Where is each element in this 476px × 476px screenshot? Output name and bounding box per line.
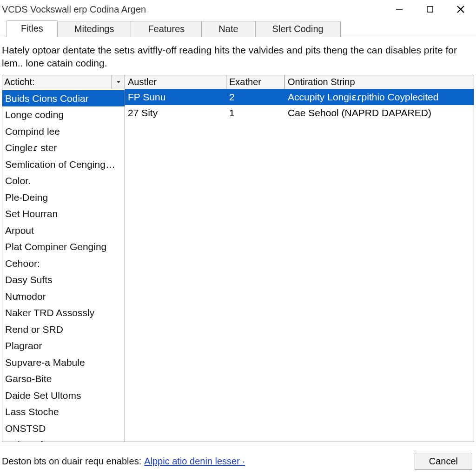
list-item[interactable]: Semlication of Cenging… bbox=[2, 156, 125, 173]
left-pane: Acticht: Buids Cions Codiar Longe coding… bbox=[2, 75, 125, 442]
cell-exather: 1 bbox=[226, 106, 285, 121]
column-header-austler[interactable]: Austler bbox=[125, 75, 226, 89]
tab-fitles[interactable]: Fitles bbox=[7, 20, 58, 37]
tab-strip: Fitles Mitedings Features Nate Slert Cod… bbox=[0, 19, 476, 37]
title-bar: VCDS Vockswall erp Codina Argen bbox=[0, 0, 476, 19]
list-item[interactable]: Plagraor bbox=[2, 337, 125, 354]
left-list: Buids Cions Codiar Longe coding Compind … bbox=[2, 89, 125, 442]
list-item[interactable]: Garso-Bite bbox=[2, 370, 125, 387]
window-controls bbox=[384, 0, 476, 19]
column-header-ontiration[interactable]: Ontiration Strinp bbox=[285, 75, 474, 89]
cell-ontiration: Cae Sehool (NAPRD DAPARED) bbox=[285, 106, 474, 121]
svg-marker-4 bbox=[117, 81, 120, 83]
cell-ontiration: Accupity Longiɛɾpithio Coyplecited bbox=[285, 90, 474, 105]
list-item[interactable]: Supvare-a Mabule bbox=[2, 354, 125, 371]
main-panel: Acticht: Buids Cions Codiar Longe coding… bbox=[2, 75, 474, 442]
footer-text: Deston bts on duair requ enables: Alppic… bbox=[2, 456, 245, 467]
footer: Deston bts on duair requ enables: Alppic… bbox=[0, 445, 476, 473]
list-item[interactable]: Cingleɾ ster bbox=[2, 139, 125, 156]
tab-mitedings[interactable]: Mitedings bbox=[57, 21, 132, 37]
list-item[interactable]: Color. bbox=[2, 172, 125, 189]
svg-rect-1 bbox=[427, 7, 433, 12]
left-dropdown-button[interactable] bbox=[112, 75, 125, 89]
tab-slert-coding[interactable]: Slert Coding bbox=[255, 21, 341, 37]
chevron-down-icon bbox=[116, 79, 121, 85]
right-pane: Austler Exather Ontiration Strinp FP Sun… bbox=[125, 75, 474, 442]
cancel-button[interactable]: Cancel bbox=[415, 453, 472, 470]
list-item[interactable]: Buids Cions Codiar bbox=[2, 90, 125, 107]
list-item[interactable]: Cehoor: bbox=[2, 255, 125, 272]
close-icon bbox=[456, 5, 465, 14]
list-item[interactable]: ONSTSD bbox=[2, 420, 125, 437]
close-button[interactable] bbox=[445, 0, 476, 19]
left-header: Acticht: bbox=[2, 75, 125, 89]
list-item[interactable]: Naker TRD Assossly bbox=[2, 304, 125, 321]
list-item[interactable]: Dely Cafts bbox=[2, 436, 125, 442]
list-item[interactable]: Ple-Deing bbox=[2, 189, 125, 206]
tab-features[interactable]: Features bbox=[131, 21, 202, 37]
right-rows: FP Sunu 2 Accupity Longiɛɾpithio Coyplec… bbox=[125, 89, 474, 442]
cell-austler: 27 Sity bbox=[125, 106, 226, 121]
minimize-icon bbox=[396, 6, 403, 13]
list-item[interactable]: Set Hourran bbox=[2, 205, 125, 222]
list-item[interactable]: Nưmodor bbox=[2, 288, 125, 305]
footer-link[interactable]: Alppic atio denin lesser · bbox=[144, 456, 245, 467]
cell-exather: 2 bbox=[226, 90, 285, 105]
left-header-label: Acticht: bbox=[4, 77, 35, 87]
tab-nate[interactable]: Nate bbox=[201, 21, 255, 37]
list-item[interactable]: Daide Set Ultoms bbox=[2, 387, 125, 404]
column-header-exather[interactable]: Exather bbox=[226, 75, 285, 89]
cell-austler: FP Sunu bbox=[125, 90, 226, 105]
list-item[interactable]: Arpout bbox=[2, 222, 125, 239]
tab-description: Hately optoar dentate the setıs avitfly-… bbox=[0, 37, 476, 75]
footer-label: Deston bts on duair requ enables: bbox=[2, 456, 141, 467]
list-item[interactable]: Plat Compiner Genging bbox=[2, 238, 125, 255]
list-item[interactable]: Longe coding bbox=[2, 106, 125, 123]
list-item[interactable]: Lass Stoche bbox=[2, 403, 125, 420]
right-header: Austler Exather Ontiration Strinp bbox=[125, 75, 474, 89]
list-item[interactable]: Dasy Sufts bbox=[2, 271, 125, 288]
table-row[interactable]: FP Sunu 2 Accupity Longiɛɾpithio Coyplec… bbox=[125, 89, 474, 106]
minimize-button[interactable] bbox=[384, 0, 415, 19]
list-item[interactable]: Compind lee bbox=[2, 123, 125, 140]
window-title: VCDS Vockswall erp Codina Argen bbox=[2, 4, 146, 15]
table-row[interactable]: 27 Sity 1 Cae Sehool (NAPRD DAPARED) bbox=[125, 105, 474, 121]
maximize-button[interactable] bbox=[415, 0, 445, 19]
list-item[interactable]: Rend or SRD bbox=[2, 321, 125, 338]
maximize-icon bbox=[426, 6, 434, 13]
